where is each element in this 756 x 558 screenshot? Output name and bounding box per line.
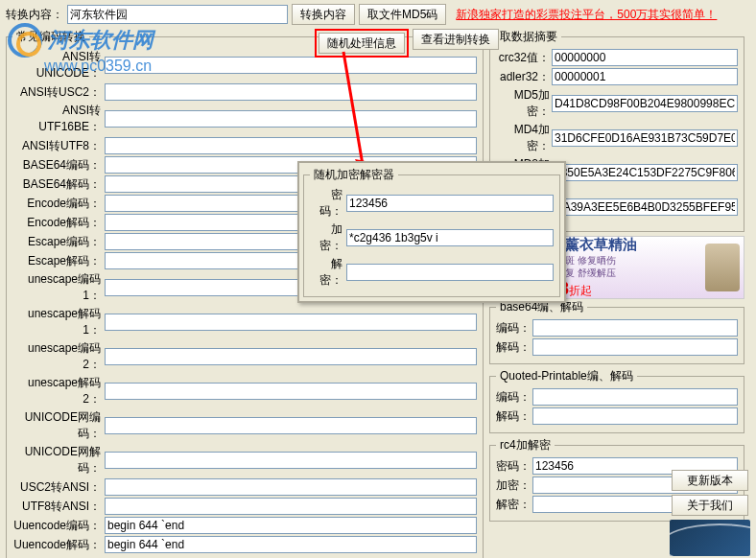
field-label: BASE64编码： xyxy=(12,157,103,174)
field-input[interactable] xyxy=(552,49,738,66)
field-label: 解密： xyxy=(496,497,531,513)
field-label: unescape解码1： xyxy=(12,306,103,338)
bottle-icon xyxy=(705,244,740,291)
field-input[interactable] xyxy=(552,198,738,216)
field-label: 解码： xyxy=(496,339,531,356)
field-label: MD5加密： xyxy=(496,87,550,120)
hex-view-button[interactable]: 查看进制转换 xyxy=(413,29,499,50)
field-label: unescape解码2： xyxy=(12,375,103,407)
field-input[interactable] xyxy=(105,536,477,553)
field-input[interactable] xyxy=(532,407,738,425)
field-input[interactable] xyxy=(105,417,477,434)
highlight-box: 随机处理信息 xyxy=(315,29,409,58)
field-input[interactable] xyxy=(105,83,477,101)
field-input[interactable] xyxy=(105,57,477,74)
rc4-legend: rc4加解密 xyxy=(496,437,555,453)
update-button[interactable]: 更新版本 xyxy=(672,470,748,491)
encoding-legend: 常见编码转换 xyxy=(12,29,89,45)
field-input[interactable] xyxy=(346,264,554,281)
field-input[interactable] xyxy=(552,95,738,112)
field-input[interactable] xyxy=(105,348,477,365)
field-label: crc32值： xyxy=(496,50,550,66)
field-label: Uuencode解码： xyxy=(12,537,103,553)
field-label: 加密： xyxy=(496,477,531,494)
convert-label: 转换内容： xyxy=(6,7,63,23)
random-crypt-popup: 随机加密解密器 密码：加密：解密： xyxy=(297,161,566,303)
field-label: Escape解码： xyxy=(12,253,103,269)
base64-group: base64编、解码 编码：解码： xyxy=(489,299,744,364)
field-label: ANSI转UTF8： xyxy=(12,138,103,154)
field-input[interactable] xyxy=(105,478,477,496)
field-label: 加密： xyxy=(310,221,344,254)
wave-logo-icon xyxy=(670,520,750,556)
field-input[interactable] xyxy=(532,388,738,406)
field-input[interactable] xyxy=(532,319,738,337)
field-label: Escape编码： xyxy=(12,234,103,250)
field-input[interactable] xyxy=(532,338,738,356)
field-label: USC2转ANSI： xyxy=(12,479,103,496)
field-input[interactable] xyxy=(105,110,477,128)
qp-group: Quoted-Printable编、解码 编码：解码： xyxy=(489,368,744,433)
field-label: 密码： xyxy=(310,187,344,220)
field-input[interactable] xyxy=(105,383,477,400)
field-label: ANSI转UNICODE： xyxy=(12,49,103,81)
field-input[interactable] xyxy=(552,164,738,181)
field-input[interactable] xyxy=(552,129,738,147)
field-input[interactable] xyxy=(552,68,738,85)
field-input[interactable] xyxy=(105,452,477,469)
field-input[interactable] xyxy=(105,498,477,515)
field-label: Uuencode编码： xyxy=(12,518,103,534)
file-md5-button[interactable]: 取文件MD5码 xyxy=(359,4,446,25)
field-label: Encode编码： xyxy=(12,196,103,212)
random-process-button[interactable]: 随机处理信息 xyxy=(319,33,405,54)
field-input[interactable] xyxy=(346,195,554,212)
field-label: 密码： xyxy=(496,458,531,475)
field-label: ANSI转USC2： xyxy=(12,84,103,101)
convert-button[interactable]: 转换内容 xyxy=(292,4,355,25)
convert-input[interactable] xyxy=(67,5,288,24)
field-label: Encode解码： xyxy=(12,215,103,231)
qp-legend: Quoted-Printable编、解码 xyxy=(496,368,637,384)
field-label: MD4加密： xyxy=(496,122,550,154)
digest-legend: 取数据摘要 xyxy=(496,29,561,45)
field-label: UNICODE网编码： xyxy=(12,409,103,442)
field-input[interactable] xyxy=(105,517,477,534)
field-label: UTF8转ANSI： xyxy=(12,499,103,515)
field-label: ANSI转UTF16BE： xyxy=(12,103,103,135)
field-label: 编码： xyxy=(496,320,531,337)
field-input[interactable] xyxy=(346,229,554,246)
field-label: adler32： xyxy=(496,69,550,85)
field-label: unescape编码2： xyxy=(12,340,103,373)
ad-link[interactable]: 新浪独家打造的彩票投注平台，500万其实很简单！ xyxy=(456,7,717,23)
field-label: 解码： xyxy=(496,408,531,425)
field-label: 编码： xyxy=(496,389,531,406)
field-label: BASE64解码： xyxy=(12,176,103,193)
about-button[interactable]: 关于我们 xyxy=(672,495,748,516)
field-input[interactable] xyxy=(105,314,477,331)
field-label: UNICODE网解码： xyxy=(12,444,103,477)
field-input[interactable] xyxy=(105,137,477,154)
popup-legend: 随机加密解密器 xyxy=(310,167,398,183)
field-label: 解密： xyxy=(310,256,344,289)
field-label: unescape编码1： xyxy=(12,271,103,304)
